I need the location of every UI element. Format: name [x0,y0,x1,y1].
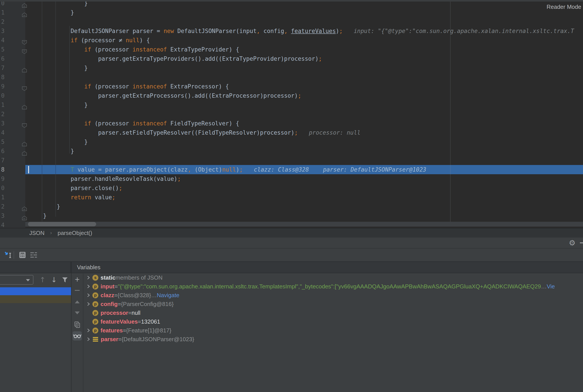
expand-chevron-icon[interactable] [85,302,92,306]
variable-row[interactable]: parser = {DefaultJSONParser@1023} [84,335,583,344]
variable-row[interactable]: pconfig = {ParserConfig@816} [84,300,583,308]
fold-marker-icon[interactable] [22,214,27,223]
fold-marker-icon[interactable] [22,84,27,94]
fold-marker-icon[interactable] [22,140,27,149]
code-line[interactable]: 3DefaultJSONParser parser = new DefaultJ… [0,26,583,36]
line-number[interactable]: 5 [1,45,4,54]
show-watches-icon[interactable] [72,331,82,340]
fold-marker-icon[interactable] [22,121,27,130]
code-line[interactable]: 8 [0,72,583,82]
stack-frame-row[interactable] [0,295,71,303]
variable-value: static [100,274,116,281]
layout-settings-icon[interactable] [30,252,37,258]
code-line[interactable]: 9parser.handleResovleTask(value); [0,174,583,184]
expand-chevron-icon[interactable] [85,293,92,298]
filter-frames-icon[interactable] [62,277,68,283]
code-line[interactable]: 5} [0,137,583,146]
breadcrumb-item-class[interactable]: JSON [29,230,44,236]
code-line[interactable]: 2 [0,17,583,26]
line-number[interactable]: 0 [1,91,4,100]
horizontal-scrollbar[interactable] [25,222,583,226]
code-line[interactable]: 3} [0,211,583,220]
scrollbar-thumb[interactable] [28,222,96,226]
line-number[interactable]: 2 [1,17,4,26]
duplicate-icon[interactable] [73,321,81,329]
fold-marker-icon[interactable] [22,66,27,75]
line-number[interactable]: 5 [1,137,4,146]
code-line[interactable]: 2 [0,110,583,119]
previous-frame-icon[interactable]: ↑ [40,276,46,284]
move-down-icon[interactable] [73,309,81,317]
line-number[interactable]: 3 [1,119,4,128]
code-line[interactable]: 0parser.close(); [0,184,583,193]
fold-marker-icon[interactable] [22,10,27,20]
value-link[interactable]: Navigate [157,292,180,299]
stack-frame-row-selected[interactable] [0,287,71,295]
move-up-icon[interactable] [73,298,81,306]
code-line[interactable]: 1} [0,8,583,17]
expand-chevron-icon[interactable] [85,337,92,342]
add-watch-icon[interactable]: + [73,276,81,283]
value-link[interactable]: Vie [547,283,555,290]
breadcrumb-item-method[interactable]: parseObject() [58,230,92,236]
line-number[interactable]: 4 [1,220,4,228]
code-line[interactable]: 3if (processor instanceof FieldTypeResol… [0,119,583,128]
code-line[interactable]: 7 [0,156,583,165]
variable-row[interactable]: pfeatureValues = 132061 [84,317,583,326]
line-number[interactable]: 2 [1,110,4,119]
expand-chevron-icon[interactable] [85,284,92,289]
line-number[interactable]: 9 [1,174,4,184]
code-line[interactable]: 5if (processor instanceof ExtraTypeProvi… [0,45,583,54]
code-line[interactable]: 1return value; [0,193,583,202]
line-number[interactable]: 1 [1,193,4,202]
fold-marker-icon[interactable] [22,204,27,214]
expand-chevron-icon[interactable] [85,275,92,280]
line-number[interactable]: 1 [1,100,4,110]
code-line[interactable]: 9if (processor instanceof ExtraProcessor… [0,82,583,91]
fold-marker-icon[interactable] [22,47,27,56]
line-number[interactable]: 8 [1,165,4,174]
code-line[interactable]: 4parser.setFieldTypeResolver((FieldTypeR… [0,128,583,137]
line-number[interactable]: 6 [1,146,4,156]
code-line-execution-point[interactable]: 8T value = parser.parseObject(clazz, (Ob… [0,165,583,174]
variable-row[interactable]: sstatic members of JSON [84,273,583,282]
fold-marker-icon[interactable] [22,38,27,47]
line-number[interactable]: 4 [1,36,4,45]
reader-mode-label[interactable]: Reader Mode [546,4,581,10]
code-editor[interactable]: 0}1}23DefaultJSONParser parser = new Def… [0,0,583,228]
line-number[interactable]: 6 [1,54,4,63]
variable-row[interactable]: pfeatures = {Feature[1]@817} [84,326,583,335]
next-frame-icon[interactable]: ↓ [51,276,57,284]
code-line[interactable]: 7} [0,63,583,72]
show-execution-point-icon[interactable] [4,252,12,259]
line-number[interactable]: 7 [1,63,4,72]
variable-row[interactable]: pclazz = {Class@328} … Navigate [84,291,583,300]
fold-marker-icon[interactable] [22,149,27,158]
variable-row[interactable]: pprocessor = null [84,308,583,317]
code-line[interactable]: 6} [0,146,583,156]
code-line[interactable]: 6parser.getExtraTypeProviders().add((Ext… [0,54,583,63]
line-number[interactable]: 4 [1,128,4,137]
fold-marker-icon[interactable] [22,103,27,112]
line-number[interactable]: 1 [1,8,4,17]
line-number[interactable]: 8 [1,72,4,82]
line-number[interactable]: 0 [1,184,4,193]
code-line[interactable]: 4if (processor ≠ null) { [0,36,583,45]
line-number[interactable]: 7 [1,156,4,165]
fold-marker-icon[interactable] [22,1,27,10]
thread-selector-dropdown[interactable] [0,275,34,285]
line-number[interactable]: 3 [1,26,4,36]
variable-row[interactable]: pinput = "{"@type":"com.sun.org.apache.x… [84,282,583,291]
line-number[interactable]: 9 [1,82,4,91]
panel-divider[interactable] [71,262,72,392]
settings-gear-icon[interactable]: ⚙ [569,238,576,248]
expand-chevron-icon[interactable] [85,328,92,333]
line-number[interactable]: 3 [1,211,4,220]
line-number[interactable]: 2 [1,202,4,211]
hide-icon[interactable] [580,242,583,243]
remove-watch-icon[interactable] [73,286,81,294]
evaluate-expression-icon[interactable] [19,252,26,258]
code-line[interactable]: 1} [0,100,583,110]
code-line[interactable]: 2} [0,202,583,211]
code-line[interactable]: 0parser.getExtraProcessors().add((ExtraP… [0,91,583,100]
